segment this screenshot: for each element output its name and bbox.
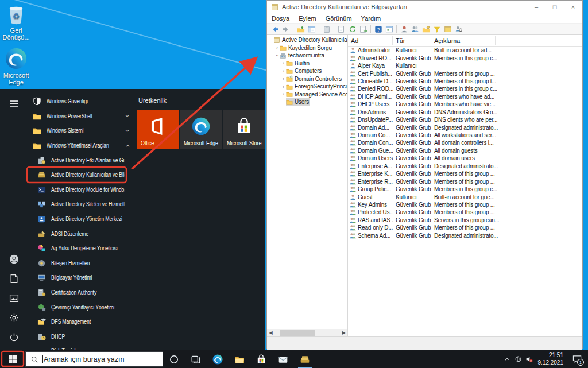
scroll-right-arrow-icon[interactable]: ▶ <box>340 330 347 335</box>
list-row-protected-us-[interactable]: Protected Us...Güvenlik Grub...Members o… <box>348 208 582 216</box>
tree-item-kaydedilen-sorgu[interactable]: ›Kaydedilen Sorgu <box>267 44 347 52</box>
tree-item-body[interactable]: Computers <box>286 67 323 75</box>
list-row-domain-gue-[interactable]: Domain Gue...Güvenlik Grub...All domain … <box>348 147 582 154</box>
start-menu-item[interactable]: Windows Güvenliği <box>28 94 134 109</box>
tree-horizontal-scrollbar[interactable]: ◀ ▶ <box>267 329 347 336</box>
tree-item-managed-service-accounts[interactable]: ›Managed Service Accounts <box>267 91 347 99</box>
column-header-name[interactable]: Ad <box>348 36 393 45</box>
start-menu-item[interactable]: DHCP <box>28 330 134 344</box>
pictures-button[interactable] <box>0 288 28 308</box>
list-row-allowed-ro-[interactable]: Allowed RO...Güvenlik Grub...Members in … <box>348 54 582 61</box>
tree-item-users[interactable]: Users <box>267 98 347 106</box>
taskbar-button-cortana[interactable] <box>163 350 185 368</box>
list-row-dhcp-users[interactable]: DHCP UsersGüvenlik Grub...Members who ha… <box>348 100 582 108</box>
toolbar-forward-icon[interactable] <box>282 25 290 33</box>
list-row-key-admins[interactable]: Key AdminsGüvenlik Grub...Members of thi… <box>348 201 582 208</box>
list-row-schema-ad-[interactable]: Schema Ad...Güvenlik Grub...Designated a… <box>348 232 582 239</box>
minimize-button[interactable]: – <box>527 1 546 13</box>
tree-item-body[interactable]: ForeignSecurityPrincipals <box>286 83 347 91</box>
close-button[interactable]: × <box>564 1 582 13</box>
toolbar-refresh-icon[interactable] <box>349 25 357 33</box>
toolbar-find-people-icon[interactable] <box>455 25 463 33</box>
tree-item-foreignsecurityprincipals[interactable]: ›ForeignSecurityPrincipals <box>267 83 347 91</box>
toolbar-new-user-icon[interactable] <box>400 25 408 33</box>
start-menu-item[interactable]: Ağ Yükü Dengeleme Yöneticisi <box>28 241 134 256</box>
start-menu-item[interactable]: Bilgisayar Yönetimi <box>28 270 134 285</box>
start-menu-item[interactable]: Çevrimiçi Yanıtlayıcı Yönetimi <box>28 300 134 315</box>
taskbar-button-aduc[interactable] <box>294 350 316 368</box>
list-row-alper-kaya[interactable]: Alper KayaKullanıcı <box>348 62 582 69</box>
title-bar[interactable]: Active Directory Kullanıcıları ve Bilgis… <box>267 1 582 13</box>
menu-dosya[interactable]: Dosya <box>267 15 294 22</box>
toolbar-filter-icon[interactable] <box>433 25 441 33</box>
documents-button[interactable] <box>0 269 28 288</box>
expander-expanded-icon[interactable]: › <box>274 53 280 58</box>
tree-item-body[interactable]: Managed Service Accounts <box>286 91 347 99</box>
tree-item-builtin[interactable]: ›Builtin <box>267 60 347 68</box>
tray-button-network-globe[interactable] <box>513 350 524 368</box>
tray-button-chevron-up[interactable] <box>502 350 513 368</box>
start-menu-item[interactable]: Active Directory Etki Alanları ve Güv... <box>28 153 134 168</box>
tree-item-body[interactable]: Active Directory Kullanıcıları ve Bilgis… <box>273 36 347 44</box>
list-row-enterprise-k-[interactable]: Enterprise K...Güvenlik Grub...Members o… <box>348 170 582 177</box>
user-account-button[interactable] <box>0 249 28 269</box>
tree-item-body[interactable]: Domain Controllers <box>286 75 343 83</box>
list-row-guest[interactable]: GuestKullanıcıBuilt-in account for gue..… <box>348 193 582 200</box>
tree-item-domain-controllers[interactable]: ›Domain Controllers <box>267 75 347 83</box>
list-row-dnsupdatep-[interactable]: DnsUpdateP...Güvenlik Grub...DNS clients… <box>348 116 582 123</box>
expander-collapsed-icon[interactable]: › <box>281 60 286 66</box>
toolbar-back-icon[interactable] <box>271 25 279 33</box>
tile-microsoft-store[interactable]: Microsoft Store <box>223 110 265 149</box>
start-menu-item[interactable]: Bileşen Hizmetleri <box>28 256 134 271</box>
taskbar-button-task-view[interactable] <box>185 350 207 368</box>
expander-collapsed-icon[interactable]: › <box>281 76 286 82</box>
expander-collapsed-icon[interactable]: › <box>281 68 286 74</box>
toolbar-clipboard-icon[interactable] <box>323 25 331 33</box>
start-menu-item[interactable]: Active Directory Module for Windo... <box>28 183 134 197</box>
list-row-domain-ad-[interactable]: Domain Ad...Güvenlik Grub...Designated a… <box>348 123 582 131</box>
start-menu-item[interactable]: DFS Management <box>28 315 134 330</box>
start-menu-item[interactable]: Disk Temizleme <box>28 344 134 350</box>
tree-item-techworm-intra[interactable]: ›techworm.intra <box>267 52 347 60</box>
start-menu-item[interactable]: Active Directory Yönetim Merkezi <box>28 212 134 227</box>
toolbar-new-ou-icon[interactable] <box>422 25 430 33</box>
maximize-button[interactable]: □ <box>546 1 564 13</box>
list-row-domain-co-[interactable]: Domain Co...Güvenlik Grub...All workstat… <box>348 131 582 139</box>
tree-item-body[interactable]: Users <box>286 98 310 106</box>
scroll-left-arrow-icon[interactable]: ◀ <box>267 330 274 335</box>
power-button[interactable] <box>0 327 28 347</box>
list-row-cert-publish-[interactable]: Cert Publish...Güvenlik Grub...Members o… <box>348 69 582 77</box>
start-menu-item[interactable]: Windows Sistemi› <box>28 123 134 138</box>
tile-office[interactable]: Office <box>137 110 179 149</box>
tree-item-active-directory-kullan-c-lar-ve-bilgisayarlar-[interactable]: Active Directory Kullanıcıları ve Bilgis… <box>267 36 347 44</box>
toolbar-show-tree-icon[interactable] <box>308 25 316 33</box>
column-header-type[interactable]: Tür <box>393 36 431 45</box>
toolbar-up-folder-icon[interactable] <box>297 25 305 33</box>
tree-item-body[interactable]: techworm.intra <box>280 52 326 60</box>
toolbar-window-gold-icon[interactable] <box>444 25 452 33</box>
list-row-domain-users[interactable]: Domain UsersGüvenlik Grub...All domain u… <box>348 154 582 162</box>
settings-button[interactable] <box>0 308 28 327</box>
list-row-enterprise-a-[interactable]: Enterprise A...Güvenlik Grub...Designate… <box>348 162 582 170</box>
list-row-administrator[interactable]: AdministratorKullanıcıBuilt-in account f… <box>348 47 582 54</box>
list-row-enterprise-r-[interactable]: Enterprise R...Güvenlik Grub...Members o… <box>348 177 582 185</box>
desktop-icon-edge[interactable]: Microsoft Edge <box>0 47 32 86</box>
hamburger-button[interactable] <box>0 94 28 113</box>
toolbar-save-list-icon[interactable] <box>359 25 368 33</box>
list-row-dnsadmins[interactable]: DnsAdminsGüvenlik Grub...DNS Administrat… <box>348 109 582 116</box>
clock[interactable]: 21:51 9.12.2021 <box>538 352 564 366</box>
toolbar-export-list-icon[interactable] <box>338 25 346 33</box>
list-row-read-only-d-[interactable]: Read-only D...Güvenlik Grub...Members of… <box>348 224 582 231</box>
expander-collapsed-icon[interactable]: › <box>274 45 280 51</box>
tile-microsoft-edge[interactable]: Microsoft Edge <box>180 110 222 149</box>
start-menu-item[interactable]: Windows PowerShell› <box>28 109 134 124</box>
expander-collapsed-icon[interactable]: › <box>281 84 286 90</box>
toolbar-window-extra-icon[interactable] <box>385 25 393 33</box>
taskbar-search-input[interactable]: Aramak için buraya yazın <box>25 351 163 367</box>
list-row-domain-con-[interactable]: Domain Con...Güvenlik Grub...All domain … <box>348 139 582 146</box>
taskbar-button-mail[interactable] <box>272 350 294 368</box>
taskbar-button-edge[interactable] <box>207 350 229 368</box>
action-center-button[interactable]: 1 <box>567 350 587 368</box>
list-row-denied-rod-[interactable]: Denied ROD...Güvenlik Grub...Members in … <box>348 85 582 92</box>
tray-button-volume-muted[interactable] <box>524 350 535 368</box>
